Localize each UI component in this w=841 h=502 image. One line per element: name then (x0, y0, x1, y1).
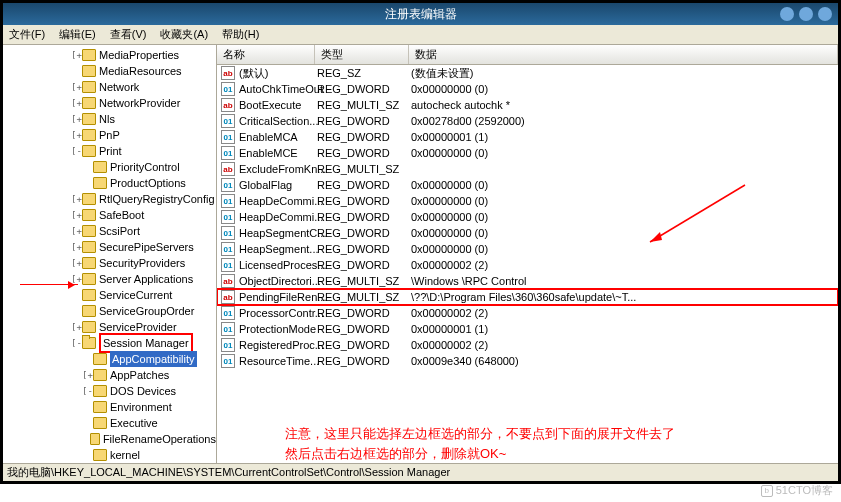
tree-node[interactable]: MediaResources (5, 63, 216, 79)
maximize-button[interactable] (799, 7, 813, 21)
tree-node[interactable]: [+]MediaProperties (5, 47, 216, 63)
folder-icon (93, 385, 107, 397)
value-row[interactable]: 01HeapDeCommi...REG_DWORD0x00000000 (0) (217, 209, 838, 225)
value-rows[interactable]: ab(默认)REG_SZ(数值未设置)01AutoChkTimeOutREG_D… (217, 65, 838, 394)
tree-node[interactable]: [+]SafeBoot (5, 207, 216, 223)
titlebar: 注册表编辑器 (3, 3, 838, 25)
tree-label: FileRenameOperations (103, 431, 216, 447)
value-row[interactable]: 01CriticalSection...REG_DWORD0x00278d00 … (217, 113, 838, 129)
tree-node[interactable]: [-]Session Manager (5, 335, 216, 351)
tree-label: kernel (110, 447, 140, 463)
menu-favorites[interactable]: 收藏夹(A) (160, 27, 208, 42)
binary-icon: 01 (221, 258, 235, 272)
value-row[interactable]: 01RegisteredProc...REG_DWORD0x00000002 (… (217, 337, 838, 353)
string-icon: ab (221, 162, 235, 176)
folder-icon (82, 193, 96, 205)
folder-icon (82, 113, 96, 125)
tree-node[interactable]: [+]Network (5, 79, 216, 95)
folder-icon (82, 65, 96, 77)
folder-icon (82, 305, 96, 317)
string-icon: ab (221, 66, 235, 80)
tree-node[interactable]: [+]Nls (5, 111, 216, 127)
menu-file[interactable]: 文件(F) (9, 27, 45, 42)
minimize-button[interactable] (780, 7, 794, 21)
value-row[interactable]: 01EnableMCEREG_DWORD0x00000000 (0) (217, 145, 838, 161)
tree-node[interactable]: FileRenameOperations (5, 431, 216, 447)
value-row[interactable]: abPendingFileRen...REG_MULTI_SZ\??\D:\Pr… (217, 289, 838, 305)
binary-icon: 01 (221, 130, 235, 144)
tree-node[interactable]: [+]SecurityProviders (5, 255, 216, 271)
folder-icon (93, 449, 107, 461)
tree-node[interactable]: [-]DOS Devices (5, 383, 216, 399)
value-row[interactable]: abBootExecuteREG_MULTI_SZautocheck autoc… (217, 97, 838, 113)
tree-label: Executive (110, 415, 158, 431)
folder-icon (82, 145, 96, 157)
tree-label: ServiceGroupOrder (99, 303, 194, 319)
tree-node[interactable]: ServiceGroupOrder (5, 303, 216, 319)
menu-edit[interactable]: 编辑(E) (59, 27, 96, 42)
menu-help[interactable]: 帮助(H) (222, 27, 259, 42)
tree-label: Network (99, 79, 139, 95)
tree-node[interactable]: [+]AppPatches (5, 367, 216, 383)
folder-icon (93, 161, 107, 173)
value-row[interactable]: 01HeapSegmentC...REG_DWORD0x00000000 (0) (217, 225, 838, 241)
tree-label: RtlQueryRegistryConfig (99, 191, 215, 207)
folder-icon (82, 321, 96, 333)
registry-tree[interactable]: [+]MediaPropertiesMediaResources[+]Netwo… (3, 45, 217, 463)
value-row[interactable]: 01ResourceTime...REG_DWORD0x0009e340 (64… (217, 353, 838, 369)
tree-node[interactable]: [+]SecurePipeServers (5, 239, 216, 255)
tree-node[interactable]: Executive (5, 415, 216, 431)
folder-icon (82, 241, 96, 253)
value-list-panel: 名称 类型 数据 ab(默认)REG_SZ(数值未设置)01AutoChkTim… (217, 45, 838, 463)
folder-icon (93, 401, 107, 413)
tree-node[interactable]: Environment (5, 399, 216, 415)
value-row[interactable]: abObjectDirectori...REG_MULTI_SZ\Windows… (217, 273, 838, 289)
tree-node[interactable]: kernel (5, 447, 216, 463)
tree-node[interactable]: [+]PnP (5, 127, 216, 143)
binary-icon: 01 (221, 338, 235, 352)
tree-label: Environment (110, 399, 172, 415)
tree-node[interactable]: [-]Print (5, 143, 216, 159)
tree-label: Server Applications (99, 271, 193, 287)
value-row[interactable]: 01ProcessorContr...REG_DWORD0x00000002 (… (217, 305, 838, 321)
tree-label: ProductOptions (110, 175, 186, 191)
binary-icon: 01 (221, 226, 235, 240)
value-row[interactable]: ab(默认)REG_SZ(数值未设置) (217, 65, 838, 81)
tree-node[interactable]: AppCompatibility (5, 351, 216, 367)
tree-label: Session Manager (99, 333, 193, 353)
binary-icon: 01 (221, 242, 235, 256)
close-button[interactable] (818, 7, 832, 21)
folder-icon (82, 337, 96, 349)
binary-icon: 01 (221, 210, 235, 224)
tree-node[interactable]: ServiceCurrent (5, 287, 216, 303)
binary-icon: 01 (221, 114, 235, 128)
menubar: 文件(F) 编辑(E) 查看(V) 收藏夹(A) 帮助(H) (3, 25, 838, 45)
tree-node[interactable]: ProductOptions (5, 175, 216, 191)
value-row[interactable]: 01HeapDeCommi...REG_DWORD0x00000000 (0) (217, 193, 838, 209)
binary-icon: 01 (221, 178, 235, 192)
tree-node[interactable]: PriorityControl (5, 159, 216, 175)
value-row[interactable]: 01LicensedProces...REG_DWORD0x00000002 (… (217, 257, 838, 273)
value-row[interactable]: abExcludeFromKn...REG_MULTI_SZ (217, 161, 838, 177)
tree-label: PnP (99, 127, 120, 143)
tree-node[interactable]: [+]RtlQueryRegistryConfig (5, 191, 216, 207)
value-row[interactable]: 01HeapSegment...REG_DWORD0x00000000 (0) (217, 241, 838, 257)
menu-view[interactable]: 查看(V) (110, 27, 147, 42)
col-name[interactable]: 名称 (217, 45, 315, 64)
tree-label: SecurityProviders (99, 255, 185, 271)
tree-node[interactable]: [+]ScsiPort (5, 223, 216, 239)
value-row[interactable]: 01AutoChkTimeOutREG_DWORD0x00000000 (0) (217, 81, 838, 97)
col-type[interactable]: 类型 (315, 45, 409, 64)
value-row[interactable]: 01GlobalFlagREG_DWORD0x00000000 (0) (217, 177, 838, 193)
value-row[interactable]: 01ProtectionModeREG_DWORD0x00000001 (1) (217, 321, 838, 337)
folder-icon (93, 177, 107, 189)
folder-icon (93, 353, 107, 365)
value-row[interactable]: 01EnableMCAREG_DWORD0x00000001 (1) (217, 129, 838, 145)
tree-node[interactable]: [+]NetworkProvider (5, 95, 216, 111)
watermark: b51CTO博客 (761, 483, 833, 498)
tree-label: MediaProperties (99, 47, 179, 63)
folder-icon (82, 81, 96, 93)
folder-icon (82, 129, 96, 141)
watermark-icon: b (761, 485, 773, 497)
col-data[interactable]: 数据 (409, 45, 838, 64)
